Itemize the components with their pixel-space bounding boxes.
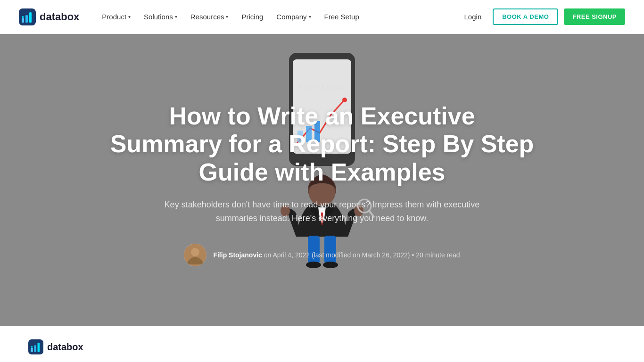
nav-item-pricing[interactable]: Pricing xyxy=(236,9,269,25)
navbar-right: Login BOOK A DEMO FREE SIGNUP xyxy=(459,8,625,25)
free-signup-button[interactable]: FREE SIGNUP xyxy=(564,8,625,25)
author-avatar xyxy=(184,244,206,266)
bottom-logo-icon xyxy=(28,339,43,354)
svg-rect-26 xyxy=(38,343,40,352)
svg-point-4 xyxy=(22,16,24,18)
bottom-logo: databox xyxy=(28,339,83,354)
hero-title: How to Write an Executive Summary for a … xyxy=(110,102,534,187)
svg-rect-2 xyxy=(25,15,28,23)
hero-author: Filip Stojanovic on April 4, 2022 (last … xyxy=(110,244,534,266)
logo-link[interactable]: databox xyxy=(19,8,79,25)
navbar: databox Product ▾ Solutions ▾ Resources … xyxy=(0,0,644,34)
navbar-left: databox Product ▾ Solutions ▾ Resources … xyxy=(19,8,365,25)
book-demo-button[interactable]: BOOK A DEMO xyxy=(493,8,558,25)
hero-subtitle: Key stakeholders don't have time to read… xyxy=(152,198,492,225)
svg-point-27 xyxy=(31,346,33,348)
bottom-logo-text: databox xyxy=(47,342,83,353)
svg-rect-1 xyxy=(22,18,24,23)
hero-section: REPORTING How to Write an Executive Summ… xyxy=(0,34,644,326)
chevron-down-icon: ▾ xyxy=(226,14,228,19)
nav-item-solutions[interactable]: Solutions ▾ xyxy=(138,9,183,25)
chevron-down-icon: ▾ xyxy=(309,14,311,19)
login-link[interactable]: Login xyxy=(459,9,487,25)
svg-point-22 xyxy=(191,248,199,256)
chevron-down-icon: ▾ xyxy=(128,14,131,19)
svg-rect-3 xyxy=(29,12,32,23)
hero-category: REPORTING xyxy=(110,84,534,91)
author-avatar-svg xyxy=(184,244,206,266)
hero-content: REPORTING How to Write an Executive Summ… xyxy=(110,84,534,267)
nav-item-free-setup[interactable]: Free Setup xyxy=(319,9,365,25)
nav-item-product[interactable]: Product ▾ xyxy=(96,9,136,25)
svg-rect-24 xyxy=(31,348,33,352)
nav-item-resources[interactable]: Resources ▾ xyxy=(185,9,234,25)
author-name: Filip Stojanovic xyxy=(213,251,262,259)
logo-text: databox xyxy=(40,11,79,23)
author-info: Filip Stojanovic on April 4, 2022 (last … xyxy=(213,251,460,259)
bottom-strip: databox xyxy=(0,326,644,362)
author-meta: on April 4, 2022 (last modified on March… xyxy=(264,251,460,259)
databox-logo-icon xyxy=(19,8,36,25)
chevron-down-icon: ▾ xyxy=(175,14,177,19)
svg-rect-25 xyxy=(34,345,36,352)
nav-links: Product ▾ Solutions ▾ Resources ▾ Pricin… xyxy=(96,9,364,25)
nav-item-company[interactable]: Company ▾ xyxy=(271,9,316,25)
